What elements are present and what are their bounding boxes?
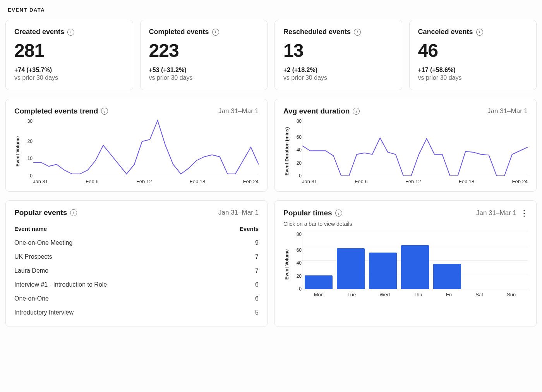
stat-label: Created events [14,28,64,36]
tick-label: Wed [379,292,390,297]
tick-label: Feb 12 [136,179,152,184]
stat-card-canceled: Canceled events i 46 +17 (+58.6%) vs pri… [409,20,537,90]
tick-label: Feb 24 [243,179,259,184]
stat-label: Canceled events [418,28,473,36]
line-chart: 3020100 [33,119,259,176]
event-name: One-on-One [14,292,217,306]
chart-title: Avg event duration [283,107,350,115]
chart-date-range: Jan 31–Mar 1 [476,209,516,217]
table-row[interactable]: Interview #1 - Introduction to Role 6 [14,278,259,292]
table-row[interactable]: One-on-One 6 [14,292,259,306]
y-axis-label: Event Duration (mins) [283,119,290,184]
stat-delta: +74 (+35.7%) [14,67,124,74]
tick-label: Feb 12 [405,179,421,184]
table-row[interactable]: Laura Demo 7 [14,264,259,278]
tick-label: 20 [291,160,302,166]
popular-events-table: Event name Events One-on-One Meeting 9 U… [14,223,259,320]
stat-value: 281 [14,40,124,61]
bar-fri[interactable] [433,264,461,289]
tick-label: Feb 18 [459,179,474,184]
info-icon[interactable]: i [101,108,108,115]
tick-label: 0 [291,173,302,179]
chart-title: Completed events trend [14,107,98,115]
kebab-menu-icon[interactable]: ⋮ [520,208,528,218]
event-name: Interview #1 - Introduction to Role [14,278,217,292]
bottom-row: Popular events i Jan 31–Mar 1 Event name… [5,200,537,327]
bar-tue[interactable] [337,248,365,289]
stat-value: 223 [149,40,259,61]
tick-label: 40 [291,260,302,266]
info-icon[interactable]: i [354,29,361,36]
tick-label: Thu [413,292,422,297]
event-count: 5 [217,306,259,320]
y-axis-label: Event Volume [283,232,290,297]
chart-date-range: Jan 31–Mar 1 [218,209,259,217]
tick-label: 80 [291,119,302,124]
tick-label: Feb 18 [190,179,205,184]
info-icon[interactable]: i [353,108,360,115]
table-row[interactable]: Introductory Interview 5 [14,306,259,320]
chart-title: Popular events [14,208,67,217]
tick-label: 30 [22,119,33,124]
event-count: 6 [217,278,259,292]
table-row[interactable]: UK Prospects 7 [14,250,259,264]
tick-label: 20 [291,273,302,279]
event-name: UK Prospects [14,250,217,264]
stat-card-rescheduled: Rescheduled events i 13 +2 (+18.2%) vs p… [274,20,402,90]
stat-value: 46 [418,40,528,61]
tick-label: Jan 31 [302,179,317,184]
stat-label: Rescheduled events [283,28,351,36]
tick-label: 40 [291,147,302,153]
event-name: Introductory Interview [14,306,217,320]
tick-label: Mon [314,292,324,297]
line-chart: 806040200 [302,119,528,176]
bar-wed[interactable] [369,253,397,289]
completed-trend-card: Completed events trend i Jan 31–Mar 1 Ev… [5,99,268,192]
stat-label: Completed events [149,28,209,36]
popular-times-card: Popular times i Jan 31–Mar 1 ⋮ Click on … [274,200,537,327]
stat-delta: +53 (+31.2%) [149,67,259,74]
tick-label: 20 [22,139,33,144]
tick-label: Sat [475,292,483,297]
stat-compare: vs prior 30 days [283,74,393,81]
bar-thu[interactable] [401,245,429,289]
tick-label: 60 [291,248,302,253]
section-title: EVENT DATA [8,7,537,13]
stat-cards-row: Created events i 281 +74 (+35.7%) vs pri… [5,20,537,90]
tick-label: 10 [22,156,33,161]
chart-hint: Click on a bar to view details [283,221,528,227]
tick-label: Fri [446,292,452,297]
stat-delta: +2 (+18.2%) [283,67,393,74]
tick-label: Feb 6 [355,179,367,184]
tick-label: Tue [347,292,356,297]
col-events: Events [217,223,259,236]
tick-label: 80 [291,232,302,237]
event-count: 7 [217,250,259,264]
info-icon[interactable]: i [212,29,219,36]
stat-card-completed: Completed events i 223 +53 (+31.2%) vs p… [140,20,268,90]
tick-label: Feb 6 [86,179,98,184]
chart-date-range: Jan 31–Mar 1 [487,107,528,115]
chart-title: Popular times [283,209,332,217]
tick-label: Jan 31 [33,179,48,184]
info-icon[interactable]: i [335,210,342,217]
tick-label: Sun [507,292,516,297]
stat-card-created: Created events i 281 +74 (+35.7%) vs pri… [5,20,133,90]
event-count: 6 [217,292,259,306]
event-count: 9 [217,236,259,250]
info-icon[interactable]: i [67,29,74,36]
info-icon[interactable]: i [70,209,77,216]
tick-label: 0 [22,173,33,179]
table-row[interactable]: One-on-One Meeting 9 [14,236,259,250]
stat-delta: +17 (+58.6%) [418,67,528,74]
stat-compare: vs prior 30 days [14,74,124,81]
info-icon[interactable]: i [476,29,483,36]
stat-value: 13 [283,40,393,61]
avg-duration-card: Avg event duration i Jan 31–Mar 1 Event … [274,99,537,192]
stat-compare: vs prior 30 days [418,74,528,81]
col-event-name: Event name [14,223,217,236]
tick-label: 0 [291,286,302,292]
stat-compare: vs prior 30 days [149,74,259,81]
bar-mon[interactable] [305,275,333,289]
event-name: One-on-One Meeting [14,236,217,250]
